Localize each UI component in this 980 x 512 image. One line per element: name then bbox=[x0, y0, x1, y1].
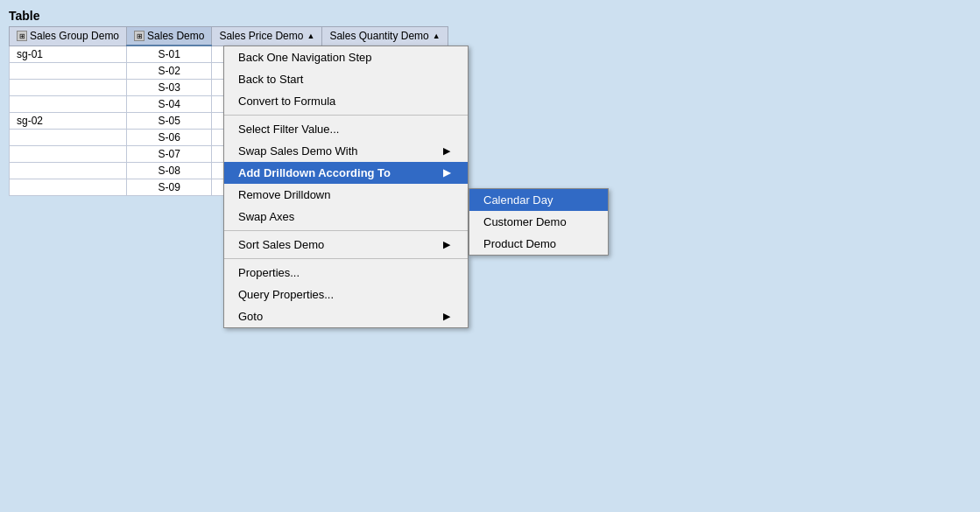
cell-sales-demo: S-09 bbox=[127, 179, 212, 196]
col-label-sales-group: Sales Group Demo bbox=[30, 30, 119, 42]
menu-label-query-properties: Query Properties... bbox=[238, 288, 334, 301]
menu-item-back-to-start[interactable]: Back to Start bbox=[224, 68, 468, 90]
cell-sales-demo: S-02 bbox=[127, 63, 212, 80]
menu-item-goto[interactable]: Goto▶ bbox=[224, 305, 468, 327]
menu-item-add-drilldown[interactable]: Add Drilldown According To▶ bbox=[224, 162, 468, 184]
cell-sales-group bbox=[10, 130, 127, 146]
cell-sales-group: sg-01 bbox=[10, 46, 127, 63]
cell-sales-group bbox=[10, 80, 127, 96]
menu-item-back-one[interactable]: Back One Navigation Step bbox=[224, 46, 468, 68]
col-icon-sales-group: ⊞ bbox=[17, 31, 27, 41]
table-title: Table bbox=[9, 9, 971, 23]
menu-label-back-one: Back One Navigation Step bbox=[238, 51, 371, 64]
submenu-arrow-goto: ▶ bbox=[443, 311, 450, 322]
menu-item-properties[interactable]: Properties... bbox=[224, 262, 468, 284]
menu-separator bbox=[224, 230, 468, 231]
menu-label-swap-sales-demo: Swap Sales Demo With bbox=[238, 144, 358, 158]
col-sales-price[interactable]: Sales Price Demo ▲ bbox=[212, 27, 322, 46]
menu-item-remove-drilldown[interactable]: Remove Drilldown bbox=[224, 184, 468, 206]
cell-sales-demo: S-04 bbox=[127, 96, 212, 113]
col-sales-demo[interactable]: ⊞ Sales Demo bbox=[127, 27, 212, 46]
submenu-item-customer-demo[interactable]: Customer Demo bbox=[469, 211, 608, 233]
page-container: Table ⊞ Sales Group Demo ⊞ Sales Demo bbox=[0, 0, 980, 205]
menu-separator bbox=[224, 258, 468, 259]
cell-sales-group bbox=[10, 146, 127, 163]
menu-item-convert-formula[interactable]: Convert to Formula bbox=[224, 90, 468, 112]
menu-label-sort-sales: Sort Sales Demo bbox=[238, 238, 324, 251]
menu-label-back-to-start: Back to Start bbox=[238, 73, 303, 86]
submenu-item-product-demo[interactable]: Product Demo bbox=[469, 233, 608, 255]
col-label-sales-price: Sales Price Demo bbox=[219, 30, 303, 42]
menu-label-convert-formula: Convert to Formula bbox=[238, 95, 335, 108]
submenu: Calendar DayCustomer DemoProduct Demo bbox=[469, 188, 609, 256]
col-label-sales-quantity: Sales Quantity Demo bbox=[329, 30, 428, 42]
menu-item-swap-sales-demo[interactable]: Swap Sales Demo With▶ bbox=[224, 140, 468, 162]
menu-item-query-properties[interactable]: Query Properties... bbox=[224, 284, 468, 305]
menu-item-select-filter[interactable]: Select Filter Value... bbox=[224, 118, 468, 140]
menu-label-select-filter: Select Filter Value... bbox=[238, 123, 339, 136]
cell-sales-group bbox=[10, 63, 127, 80]
cell-sales-demo: S-07 bbox=[127, 146, 212, 163]
sort-arrow-quantity: ▲ bbox=[433, 32, 441, 40]
submenu-arrow-swap-sales-demo: ▶ bbox=[443, 145, 450, 157]
col-label-sales-demo: Sales Demo bbox=[147, 30, 204, 42]
menu-label-add-drilldown: Add Drilldown According To bbox=[238, 166, 391, 179]
context-menu: Back One Navigation StepBack to StartCon… bbox=[223, 46, 469, 328]
submenu-arrow-sort-sales: ▶ bbox=[443, 239, 450, 250]
menu-item-sort-sales[interactable]: Sort Sales Demo▶ bbox=[224, 234, 468, 256]
menu-label-remove-drilldown: Remove Drilldown bbox=[238, 188, 330, 201]
cell-sales-demo: S-06 bbox=[127, 130, 212, 146]
cell-sales-group bbox=[10, 96, 127, 113]
menu-label-properties: Properties... bbox=[238, 266, 300, 279]
menu-separator bbox=[224, 115, 468, 116]
menu-item-swap-axes[interactable]: Swap Axes bbox=[224, 206, 468, 228]
sort-arrow-price: ▲ bbox=[307, 32, 314, 40]
cell-sales-group bbox=[10, 163, 127, 179]
cell-sales-group: sg-02 bbox=[10, 113, 127, 130]
cell-sales-demo: S-05 bbox=[127, 113, 212, 130]
col-sales-group[interactable]: ⊞ Sales Group Demo bbox=[10, 27, 127, 46]
cell-sales-group bbox=[10, 179, 127, 196]
cell-sales-demo: S-08 bbox=[127, 163, 212, 179]
cell-sales-demo: S-01 bbox=[127, 46, 212, 63]
menu-label-goto: Goto bbox=[238, 310, 263, 323]
submenu-arrow-add-drilldown: ▶ bbox=[443, 167, 450, 179]
submenu-item-calendar-day[interactable]: Calendar Day bbox=[469, 189, 608, 211]
col-sales-quantity[interactable]: Sales Quantity Demo ▲ bbox=[322, 27, 448, 46]
menu-label-swap-axes: Swap Axes bbox=[238, 210, 294, 223]
cell-sales-demo: S-03 bbox=[127, 80, 212, 96]
col-icon-sales-demo: ⊞ bbox=[134, 31, 145, 41]
